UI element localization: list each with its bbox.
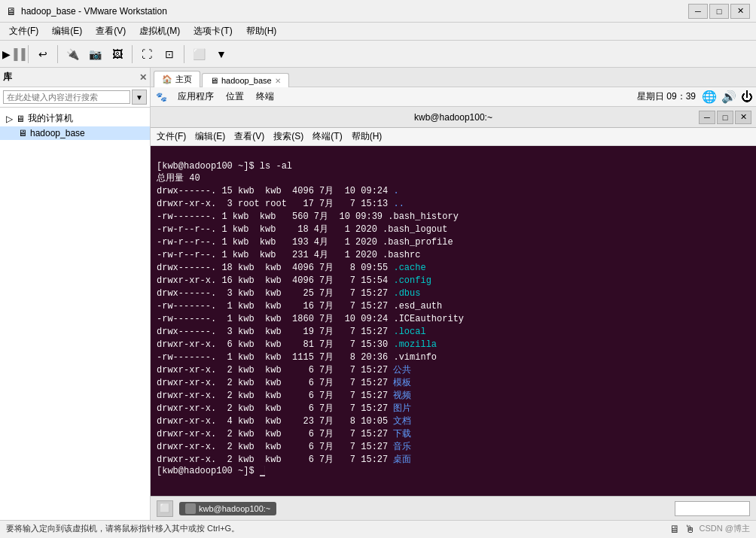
menu-help[interactable]: 帮助(H) (240, 23, 283, 39)
terminal-outer: kwb@hadoop100:~ ─ □ ✕ 文件(F) 编辑(E) 查看(V) … (151, 107, 756, 520)
nav-terminal[interactable]: 终端 (250, 89, 280, 105)
sidebar-search-dropdown[interactable]: ▼ (132, 90, 147, 105)
tab-hadoop-base-close[interactable]: ✕ (275, 77, 281, 85)
status-icon-1: 🖥 (669, 523, 680, 535)
toolbar-play-pause[interactable]: ▶▐▐ (3, 44, 24, 65)
terminal-menu-search[interactable]: 搜索(S) (273, 130, 303, 143)
maximize-button[interactable]: □ (709, 4, 729, 19)
terminal-footer: ⬜ kwb@hadoop100:~ (151, 496, 756, 520)
terminal-tab-icon (185, 503, 196, 514)
minimize-button[interactable]: ─ (688, 4, 708, 19)
sidebar-item-my-computer-label: 🖥 我的计算机 (16, 112, 73, 125)
terminal-minimize-button[interactable]: ─ (699, 111, 715, 124)
tab-hadoop-base[interactable]: 🖥 hadoop_base ✕ (202, 73, 289, 87)
terminal-close-button[interactable]: ✕ (735, 111, 751, 124)
time-display: 星期日 09：39 (637, 90, 702, 103)
tab-hadoop-base-label: hadoop_base (221, 76, 272, 85)
vm-app-menu-bar: 🐾 应用程序 位置 终端 星期日 09：39 🌐 🔊 ⏻ (151, 87, 756, 107)
status-bar: 要将输入定向到该虚拟机，请将鼠标指针移入其中或按 Ctrl+G。 🖥 🖱 CSD… (0, 520, 756, 536)
terminal-footer-icon[interactable]: ⬜ (157, 500, 173, 517)
toolbar-separator-3 (132, 45, 133, 63)
toolbar-menu-more[interactable]: ▼ (211, 44, 232, 65)
toolbar-revert[interactable]: ↩ (32, 44, 53, 65)
main-menu-bar: 文件(F) 编辑(E) 查看(V) 虚拟机(M) 选项卡(T) 帮助(H) (0, 23, 756, 41)
tab-home-label: 主页 (175, 74, 192, 85)
sidebar: 库 ✕ ▼ ▷ 🖥 我的计算机 🖥 hadoop_base (0, 68, 151, 520)
content-area: 🏠 主页 🖥 hadoop_base ✕ 🐾 应用程序 位置 终端 星期日 09… (151, 68, 756, 520)
status-icon-2: 🖱 (684, 523, 695, 535)
terminal-menu-file[interactable]: 文件(F) (157, 130, 186, 143)
nav-location[interactable]: 位置 (220, 89, 250, 105)
status-text-csdn: CSDN @博主 (700, 523, 750, 534)
menu-view[interactable]: 查看(V) (90, 23, 132, 39)
sidebar-item-my-computer[interactable]: ▷ 🖥 我的计算机 (0, 111, 150, 126)
network-icon[interactable]: 🌐 (702, 90, 717, 104)
terminal-window-title: kwb@hadoop100:~ (414, 112, 492, 123)
terminal-menu-edit[interactable]: 编辑(E) (195, 130, 225, 143)
terminal-maximize-button[interactable]: □ (717, 111, 733, 124)
sidebar-search-input[interactable] (3, 90, 130, 104)
window-title: hadoop_base - VMware Workstation (21, 6, 688, 17)
terminal-menu-bar: 文件(F) 编辑(E) 查看(V) 搜索(S) 终端(T) 帮助(H) (151, 128, 756, 146)
title-bar: 🖥 hadoop_base - VMware Workstation ─ □ ✕ (0, 0, 756, 23)
toolbar: ▶▐▐ ↩ 🔌 📷 🖼 ⛶ ⊡ ⬜ ▼ (0, 41, 756, 68)
toolbar-snapshot[interactable]: 📷 (84, 44, 105, 65)
status-text: 要将输入定向到该虚拟机，请将鼠标指针移入其中或按 Ctrl+G。 (6, 523, 239, 534)
menu-tabs[interactable]: 选项卡(T) (187, 23, 238, 39)
sidebar-item-hadoop-base[interactable]: 🖥 hadoop_base (0, 126, 150, 140)
toolbar-separator-4 (184, 45, 184, 63)
terminal-line-1: [kwb@hadoop100 ~]$ ls -al 总用量 40 drwx---… (157, 161, 464, 476)
power-icon[interactable]: ⏻ (741, 90, 753, 104)
terminal-title-bar: kwb@hadoop100:~ ─ □ ✕ (151, 107, 756, 128)
volume-icon[interactable]: 🔊 (721, 90, 736, 104)
sidebar-close-button[interactable]: ✕ (139, 72, 147, 83)
menu-edit[interactable]: 编辑(E) (46, 23, 88, 39)
main-layout: 库 ✕ ▼ ▷ 🖥 我的计算机 🖥 hadoop_base (0, 68, 756, 520)
toolbar-screenshot[interactable]: 🖼 (107, 44, 128, 65)
vm-app-icon: 🐾 (154, 90, 169, 105)
terminal-body[interactable]: [kwb@hadoop100 ~]$ ls -al 总用量 40 drwx---… (151, 146, 756, 496)
status-right-icons: 🖥 🖱 CSDN @博主 (669, 523, 750, 535)
tab-home[interactable]: 🏠 主页 (154, 71, 200, 87)
terminal-tab[interactable]: kwb@hadoop100:~ (179, 502, 276, 515)
toolbar-view[interactable]: ⬜ (188, 44, 209, 65)
toolbar-separator-1 (28, 45, 29, 63)
toolbar-fullscreen[interactable]: ⛶ (136, 44, 157, 65)
terminal-window-controls: ─ □ ✕ (699, 111, 751, 124)
computer-icon: ▷ (6, 114, 13, 124)
monitor-icon: 🖥 (16, 114, 25, 124)
terminal-menu-view[interactable]: 查看(V) (234, 130, 264, 143)
vm-tab-icon: 🖥 (210, 76, 218, 85)
window-controls: ─ □ ✕ (688, 4, 750, 19)
menu-vm[interactable]: 虚拟机(M) (133, 23, 186, 39)
tab-bar: 🏠 主页 🖥 hadoop_base ✕ (151, 68, 756, 87)
toolbar-separator-2 (57, 45, 58, 63)
sidebar-header: 库 ✕ (0, 68, 150, 87)
sidebar-tree: ▷ 🖥 我的计算机 🖥 hadoop_base (0, 108, 150, 520)
close-button[interactable]: ✕ (730, 4, 750, 19)
terminal-tab-label: kwb@hadoop100:~ (199, 504, 270, 513)
sidebar-search-bar: ▼ (0, 87, 150, 108)
terminal-menu-terminal[interactable]: 终端(T) (312, 130, 342, 143)
home-icon: 🏠 (162, 74, 172, 84)
terminal-menu-help[interactable]: 帮助(H) (352, 130, 383, 143)
sys-icons: 🌐 🔊 ⏻ (702, 90, 753, 104)
menu-file[interactable]: 文件(F) (3, 23, 44, 39)
app-icon: 🖥 (6, 5, 17, 17)
toolbar-unity[interactable]: ⊡ (159, 44, 180, 65)
vm-icon: 🖥 (18, 128, 27, 138)
sidebar-item-hadoop-base-label: hadoop_base (30, 128, 85, 138)
nav-applications[interactable]: 应用程序 (172, 89, 220, 105)
sidebar-title: 库 (3, 71, 12, 84)
toolbar-connect[interactable]: 🔌 (62, 44, 83, 65)
terminal-footer-search-input[interactable] (675, 501, 750, 516)
